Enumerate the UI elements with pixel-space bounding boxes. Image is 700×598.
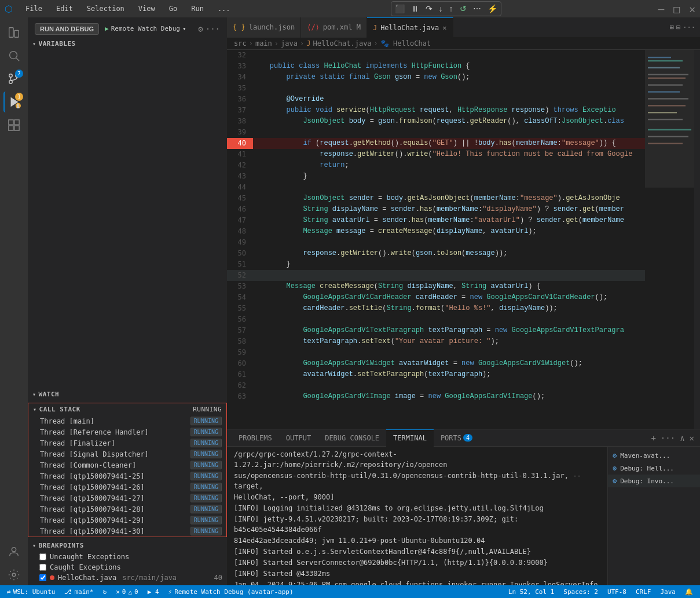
panel-tab-problems[interactable]: PROBLEMS bbox=[232, 429, 279, 447]
status-spaces[interactable]: Spaces: 2 bbox=[561, 588, 600, 596]
status-bar: ⇌ WSL: Ubuntu ⎇ main* ↻ ✕ 0 △ 0 ▶ 4 ⚡ Re… bbox=[0, 585, 700, 598]
status-sync[interactable]: ↻ bbox=[101, 588, 109, 596]
status-bell[interactable]: 🔔 bbox=[683, 588, 695, 596]
status-language[interactable]: Java bbox=[658, 588, 679, 596]
debug-continue-btn[interactable]: ⬛ bbox=[392, 2, 408, 15]
thread-item-qtp27[interactable]: Thread [qtp1500079441-27] RUNNING bbox=[28, 493, 226, 504]
menu-view[interactable]: View bbox=[135, 3, 159, 14]
debug-pause-btn[interactable]: ⏸ bbox=[408, 2, 422, 15]
code-line-50: 50 response.getWriter().write(gson.toJso… bbox=[227, 248, 645, 259]
status-remote-debug[interactable]: ⚡ Remote Watch Debug (avatar-app) bbox=[166, 588, 296, 596]
menu-run[interactable]: Run bbox=[188, 3, 207, 14]
thread-item-finalizer[interactable]: Thread [Finalizer] RUNNING bbox=[28, 437, 226, 448]
svg-point-15 bbox=[12, 548, 16, 552]
panel-more-icon[interactable]: ··· bbox=[659, 432, 676, 444]
code-line-35: 35 bbox=[227, 83, 645, 94]
debug-restart-btn[interactable]: ↺ bbox=[457, 2, 470, 15]
activity-extensions[interactable] bbox=[3, 115, 24, 136]
thread-item-main[interactable]: Thread [main] RUNNING bbox=[28, 415, 226, 426]
debug-step-into-btn[interactable]: ↓ bbox=[436, 2, 446, 15]
svg-line-3 bbox=[16, 58, 19, 61]
thread-item-qtp26[interactable]: Thread [qtp1500079441-26] RUNNING bbox=[28, 482, 226, 493]
status-remote[interactable]: ⇌ WSL: Ubuntu bbox=[5, 588, 57, 596]
terminal-line-4: [INFO] Logging initialized @43128ms to o… bbox=[234, 503, 600, 513]
status-branch[interactable]: ⎇ main* bbox=[62, 588, 96, 596]
sidebar-more-icon[interactable]: ··· bbox=[206, 24, 220, 34]
thread-item-ref-handler[interactable]: Thread [Reference Handler] RUNNING bbox=[28, 426, 226, 437]
debug-step-over-btn[interactable]: ↷ bbox=[423, 2, 435, 15]
menu-go[interactable]: Go bbox=[166, 3, 181, 14]
thread-item-qtp25[interactable]: Thread [qtp1500079441-25] RUNNING bbox=[28, 471, 226, 482]
menu-selection[interactable]: Selection bbox=[83, 3, 128, 14]
thread-item-qtp30[interactable]: Thread [qtp1500079441-30] RUNNING bbox=[28, 526, 226, 537]
config-selector[interactable]: ▶ Remote Watch Debug ▾ bbox=[102, 24, 198, 34]
variables-section-header[interactable]: ▾ VARIABLES bbox=[28, 38, 227, 50]
editor-layout-icon[interactable]: ⊟ bbox=[676, 23, 680, 31]
panel-tab-debug-console[interactable]: DEBUG CONSOLE bbox=[318, 429, 386, 447]
svg-point-2 bbox=[10, 52, 17, 59]
panel-right-maven[interactable]: ⚙ Maven-avat... bbox=[608, 449, 700, 462]
status-debug-info[interactable]: ▶ 4 bbox=[145, 588, 162, 596]
menu-file[interactable]: File bbox=[22, 3, 46, 14]
tab-bar: { } launch.json ⟨/⟩ pom.xml M J HelloCha… bbox=[227, 17, 700, 38]
terminal-line-5: [INFO] jetty-9.4.51.v20230217; built: 20… bbox=[234, 514, 600, 535]
thread-item-qtp28[interactable]: Thread [qtp1500079441-28] RUNNING bbox=[28, 504, 226, 515]
code-line-43: 43 } bbox=[227, 171, 645, 182]
activity-accounts[interactable] bbox=[3, 541, 24, 562]
debug-dropdown-btn[interactable]: ⋯ bbox=[470, 2, 484, 15]
thread-item-cleaner[interactable]: Thread [Common-Cleaner] RUNNING bbox=[28, 460, 226, 471]
code-line-62: 62 bbox=[227, 380, 645, 391]
activity-settings[interactable] bbox=[3, 564, 24, 585]
code-content[interactable]: 32 33 public class HelloChat implements … bbox=[227, 50, 645, 429]
tab-close-icon[interactable]: ✕ bbox=[442, 24, 446, 32]
tab-pom-xml[interactable]: ⟨/⟩ pom.xml M bbox=[301, 17, 367, 38]
menu-edit[interactable]: Edit bbox=[53, 3, 76, 14]
window-maximize-btn[interactable]: □ bbox=[673, 3, 680, 15]
status-errors[interactable]: ✕ 0 △ 0 bbox=[113, 588, 141, 596]
sidebar-run-debug-header: RUN AND DEBUG ▶ Remote Watch Debug ▾ ⚙ ·… bbox=[28, 17, 227, 38]
sidebar-settings-icon[interactable]: ⚙ bbox=[198, 24, 203, 34]
svg-text:1: 1 bbox=[17, 104, 19, 108]
watch-section: ▾ WATCH bbox=[28, 386, 227, 403]
maven-icon: ⚙ bbox=[613, 451, 617, 460]
status-line-col[interactable]: Ln 52, Col 1 bbox=[506, 588, 556, 596]
status-encoding[interactable]: UTF-8 bbox=[605, 588, 629, 596]
breakpoints-section-header[interactable]: ▾ BREAKPOINTS bbox=[28, 539, 227, 552]
panel-tab-terminal[interactable]: TERMINAL bbox=[386, 429, 434, 447]
activity-search[interactable] bbox=[3, 45, 24, 66]
debug-invo-icon: ⚙ bbox=[613, 477, 617, 485]
panel-close-icon[interactable]: ✕ bbox=[688, 432, 695, 444]
panel-add-icon[interactable]: + bbox=[650, 432, 657, 444]
panel-tab-ports[interactable]: PORTS4 bbox=[434, 429, 479, 447]
run-and-debug-button[interactable]: RUN AND DEBUG bbox=[35, 23, 99, 35]
tab-launch-json[interactable]: { } launch.json bbox=[227, 17, 301, 38]
warning-icon: △ bbox=[128, 588, 132, 596]
activity-explorer[interactable] bbox=[3, 22, 24, 43]
sync-icon: ↻ bbox=[103, 588, 107, 596]
status-eol[interactable]: CRLF bbox=[633, 588, 654, 596]
bp-caught-checkbox[interactable] bbox=[39, 564, 46, 571]
panel-right-debug-invo[interactable]: ⚙ Debug: Invo... bbox=[608, 475, 700, 487]
more-actions-icon[interactable]: ··· bbox=[683, 23, 695, 31]
debug-stop-btn[interactable]: ⚡ bbox=[485, 2, 500, 15]
panel-area: PROBLEMS OUTPUT DEBUG CONSOLE TERMINAL P… bbox=[227, 429, 700, 585]
panel-right-debug-hell[interactable]: ⚙ Debug: Hell... bbox=[608, 462, 700, 475]
watch-section-header[interactable]: ▾ WATCH bbox=[28, 388, 227, 400]
panel-tab-output[interactable]: OUTPUT bbox=[279, 429, 318, 447]
window-minimize-btn[interactable]: — bbox=[658, 3, 664, 15]
activity-run-debug[interactable]: 1 1 bbox=[3, 92, 24, 112]
menu-more[interactable]: ... bbox=[214, 3, 234, 14]
tab-hellochat-java[interactable]: J HelloChat.java ✕ bbox=[367, 17, 453, 38]
split-editor-icon[interactable]: ⊞ bbox=[670, 23, 674, 31]
window-close-btn[interactable]: ✕ bbox=[689, 3, 695, 15]
thread-item-qtp29[interactable]: Thread [qtp1500079441-29] RUNNING bbox=[28, 515, 226, 526]
bp-uncaught-checkbox[interactable] bbox=[39, 553, 46, 560]
activity-source-control[interactable]: 7 bbox=[3, 68, 24, 89]
vertical-scrollbar[interactable] bbox=[694, 50, 700, 429]
bp-hellochat-checkbox[interactable] bbox=[39, 574, 46, 581]
debug-step-out-btn[interactable]: ↑ bbox=[446, 2, 456, 15]
thread-item-signal[interactable]: Thread [Signal Dispatcher] RUNNING bbox=[28, 448, 226, 460]
panel-collapse-icon[interactable]: ∧ bbox=[679, 432, 686, 444]
terminal-content[interactable]: /grpc/grpc-context/1.27.2/grpc-context-1… bbox=[227, 447, 607, 585]
bp-dot-icon bbox=[50, 575, 54, 580]
